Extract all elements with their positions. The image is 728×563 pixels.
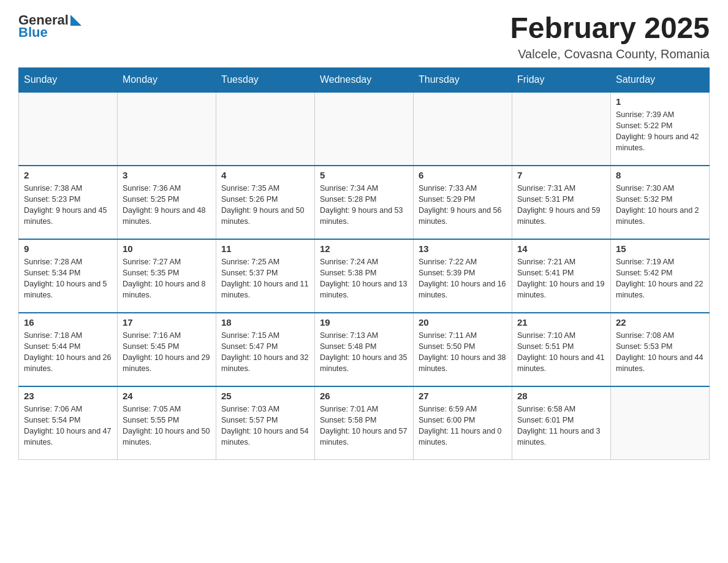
day-of-week-header: Tuesday: [216, 67, 315, 92]
title-section: February 2025 Valcele, Covasna County, R…: [510, 12, 710, 61]
calendar-cell: 25Sunrise: 7:03 AM Sunset: 5:57 PM Dayli…: [216, 386, 315, 460]
calendar-cell: 10Sunrise: 7:27 AM Sunset: 5:35 PM Dayli…: [118, 239, 216, 313]
day-of-week-header: Sunday: [19, 67, 118, 92]
calendar-week-row: 2Sunrise: 7:38 AM Sunset: 5:23 PM Daylig…: [19, 166, 710, 239]
day-info: Sunrise: 7:13 AM Sunset: 5:48 PM Dayligh…: [320, 330, 408, 375]
calendar-week-row: 16Sunrise: 7:18 AM Sunset: 5:44 PM Dayli…: [19, 313, 710, 386]
day-info: Sunrise: 7:11 AM Sunset: 5:50 PM Dayligh…: [419, 330, 507, 375]
calendar-cell: 3Sunrise: 7:36 AM Sunset: 5:25 PM Daylig…: [118, 166, 216, 239]
day-number: 3: [123, 170, 211, 180]
day-info: Sunrise: 7:24 AM Sunset: 5:38 PM Dayligh…: [320, 256, 408, 301]
day-info: Sunrise: 7:38 AM Sunset: 5:23 PM Dayligh…: [24, 183, 112, 228]
svg-marker-0: [70, 15, 82, 26]
logo-triangle-icon: [70, 15, 82, 26]
day-number: 24: [123, 391, 211, 401]
calendar-week-row: 23Sunrise: 7:06 AM Sunset: 5:54 PM Dayli…: [19, 386, 710, 460]
calendar-week-row: 9Sunrise: 7:28 AM Sunset: 5:34 PM Daylig…: [19, 239, 710, 313]
day-info: Sunrise: 7:36 AM Sunset: 5:25 PM Dayligh…: [123, 183, 211, 228]
day-info: Sunrise: 7:30 AM Sunset: 5:32 PM Dayligh…: [616, 183, 704, 228]
calendar-cell: 2Sunrise: 7:38 AM Sunset: 5:23 PM Daylig…: [19, 166, 118, 239]
day-info: Sunrise: 7:21 AM Sunset: 5:41 PM Dayligh…: [517, 256, 605, 301]
calendar-cell: 27Sunrise: 6:59 AM Sunset: 6:00 PM Dayli…: [414, 386, 512, 460]
day-number: 15: [616, 243, 704, 254]
day-number: 7: [517, 170, 605, 180]
day-number: 22: [616, 317, 704, 327]
day-number: 11: [221, 243, 309, 254]
calendar-cell: [118, 92, 216, 166]
day-info: Sunrise: 7:25 AM Sunset: 5:37 PM Dayligh…: [221, 256, 309, 301]
calendar-title: February 2025: [510, 12, 710, 45]
day-number: 20: [419, 317, 507, 327]
day-info: Sunrise: 6:59 AM Sunset: 6:00 PM Dayligh…: [419, 404, 507, 448]
day-info: Sunrise: 7:19 AM Sunset: 5:42 PM Dayligh…: [616, 256, 704, 301]
day-info: Sunrise: 7:03 AM Sunset: 5:57 PM Dayligh…: [221, 404, 309, 448]
calendar-cell: 22Sunrise: 7:08 AM Sunset: 5:53 PM Dayli…: [611, 313, 710, 386]
day-number: 27: [419, 391, 507, 401]
day-info: Sunrise: 7:33 AM Sunset: 5:29 PM Dayligh…: [419, 183, 507, 228]
day-number: 18: [221, 317, 309, 327]
day-number: 9: [24, 243, 112, 254]
calendar-table: SundayMondayTuesdayWednesdayThursdayFrid…: [18, 67, 710, 461]
day-number: 5: [320, 170, 408, 180]
logo: General Blue: [18, 12, 82, 40]
day-number: 10: [123, 243, 211, 254]
day-number: 17: [123, 317, 211, 327]
calendar-cell: 4Sunrise: 7:35 AM Sunset: 5:26 PM Daylig…: [216, 166, 315, 239]
calendar-cell: 1Sunrise: 7:39 AM Sunset: 5:22 PM Daylig…: [611, 92, 710, 166]
calendar-cell: 11Sunrise: 7:25 AM Sunset: 5:37 PM Dayli…: [216, 239, 315, 313]
calendar-cell: 14Sunrise: 7:21 AM Sunset: 5:41 PM Dayli…: [512, 239, 611, 313]
day-number: 4: [221, 170, 309, 180]
day-number: 16: [24, 317, 112, 327]
day-of-week-header: Wednesday: [315, 67, 414, 92]
calendar-cell: 19Sunrise: 7:13 AM Sunset: 5:48 PM Dayli…: [315, 313, 414, 386]
day-number: 23: [24, 391, 112, 401]
calendar-cell: 12Sunrise: 7:24 AM Sunset: 5:38 PM Dayli…: [315, 239, 414, 313]
day-info: Sunrise: 7:39 AM Sunset: 5:22 PM Dayligh…: [616, 109, 704, 154]
day-info: Sunrise: 7:31 AM Sunset: 5:31 PM Dayligh…: [517, 183, 605, 228]
day-of-week-header: Monday: [118, 67, 216, 92]
day-info: Sunrise: 7:28 AM Sunset: 5:34 PM Dayligh…: [24, 256, 112, 301]
calendar-cell: 8Sunrise: 7:30 AM Sunset: 5:32 PM Daylig…: [611, 166, 710, 239]
day-number: 2: [24, 170, 112, 180]
calendar-cell: [512, 92, 611, 166]
day-info: Sunrise: 7:05 AM Sunset: 5:55 PM Dayligh…: [123, 404, 211, 448]
day-number: 25: [221, 391, 309, 401]
day-number: 12: [320, 243, 408, 254]
calendar-subtitle: Valcele, Covasna County, Romania: [510, 47, 710, 61]
day-number: 6: [419, 170, 507, 180]
calendar-cell: [414, 92, 512, 166]
calendar-cell: 18Sunrise: 7:15 AM Sunset: 5:47 PM Dayli…: [216, 313, 315, 386]
calendar-cell: 15Sunrise: 7:19 AM Sunset: 5:42 PM Dayli…: [611, 239, 710, 313]
calendar-cell: [611, 386, 710, 460]
calendar-cell: 21Sunrise: 7:10 AM Sunset: 5:51 PM Dayli…: [512, 313, 611, 386]
calendar-cell: 13Sunrise: 7:22 AM Sunset: 5:39 PM Dayli…: [414, 239, 512, 313]
day-info: Sunrise: 7:06 AM Sunset: 5:54 PM Dayligh…: [24, 404, 112, 448]
calendar-cell: 6Sunrise: 7:33 AM Sunset: 5:29 PM Daylig…: [414, 166, 512, 239]
calendar-cell: 17Sunrise: 7:16 AM Sunset: 5:45 PM Dayli…: [118, 313, 216, 386]
day-number: 1: [616, 96, 704, 107]
calendar-header-row: SundayMondayTuesdayWednesdayThursdayFrid…: [19, 67, 710, 92]
calendar-cell: 9Sunrise: 7:28 AM Sunset: 5:34 PM Daylig…: [19, 239, 118, 313]
calendar-cell: [315, 92, 414, 166]
calendar-cell: 20Sunrise: 7:11 AM Sunset: 5:50 PM Dayli…: [414, 313, 512, 386]
day-info: Sunrise: 7:01 AM Sunset: 5:58 PM Dayligh…: [320, 404, 408, 448]
calendar-cell: 7Sunrise: 7:31 AM Sunset: 5:31 PM Daylig…: [512, 166, 611, 239]
day-info: Sunrise: 7:16 AM Sunset: 5:45 PM Dayligh…: [123, 330, 211, 375]
calendar-cell: 16Sunrise: 7:18 AM Sunset: 5:44 PM Dayli…: [19, 313, 118, 386]
calendar-cell: 5Sunrise: 7:34 AM Sunset: 5:28 PM Daylig…: [315, 166, 414, 239]
day-info: Sunrise: 7:34 AM Sunset: 5:28 PM Dayligh…: [320, 183, 408, 228]
calendar-cell: 24Sunrise: 7:05 AM Sunset: 5:55 PM Dayli…: [118, 386, 216, 460]
day-number: 19: [320, 317, 408, 327]
day-info: Sunrise: 7:10 AM Sunset: 5:51 PM Dayligh…: [517, 330, 605, 375]
logo-blue-text: Blue: [18, 25, 48, 40]
calendar-cell: 23Sunrise: 7:06 AM Sunset: 5:54 PM Dayli…: [19, 386, 118, 460]
day-info: Sunrise: 7:27 AM Sunset: 5:35 PM Dayligh…: [123, 256, 211, 301]
day-info: Sunrise: 6:58 AM Sunset: 6:01 PM Dayligh…: [517, 404, 605, 448]
calendar-cell: [19, 92, 118, 166]
day-number: 13: [419, 243, 507, 254]
day-of-week-header: Thursday: [414, 67, 512, 92]
calendar-cell: [216, 92, 315, 166]
calendar-cell: 26Sunrise: 7:01 AM Sunset: 5:58 PM Dayli…: [315, 386, 414, 460]
day-info: Sunrise: 7:08 AM Sunset: 5:53 PM Dayligh…: [616, 330, 704, 375]
day-info: Sunrise: 7:35 AM Sunset: 5:26 PM Dayligh…: [221, 183, 309, 228]
